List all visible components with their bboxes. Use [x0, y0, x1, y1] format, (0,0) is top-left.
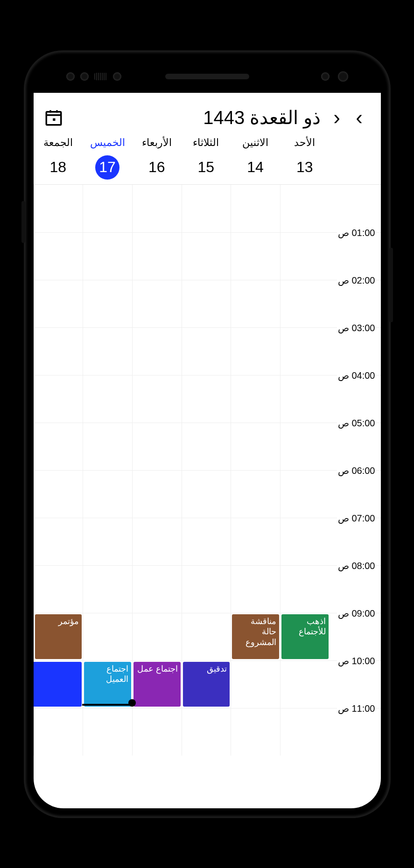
time-slot[interactable] — [182, 280, 231, 327]
time-slot[interactable] — [182, 613, 231, 660]
time-slot[interactable] — [132, 423, 182, 470]
week-days-header: الأحد13الاثنين14الثلاثاء15الأربعاء16الخم… — [34, 137, 381, 185]
app-screen: › ‹ ذو القعدة 1443 الأحد — [34, 93, 381, 808]
time-slot[interactable] — [231, 708, 280, 756]
time-label: 03:00 ص — [330, 327, 381, 375]
prev-period-button[interactable]: ‹ — [326, 107, 348, 128]
time-slot[interactable] — [132, 375, 182, 423]
day-header-5[interactable]: الجمعة18 — [34, 137, 83, 180]
time-slot[interactable] — [132, 518, 182, 565]
time-slot[interactable] — [182, 375, 231, 423]
time-slot[interactable] — [132, 470, 182, 518]
time-slot[interactable] — [34, 470, 83, 518]
time-slot[interactable] — [231, 375, 280, 423]
time-slot[interactable] — [83, 565, 132, 613]
time-slot[interactable] — [83, 423, 132, 470]
time-slot[interactable] — [182, 232, 231, 280]
time-slot[interactable] — [132, 565, 182, 613]
time-label: 05:00 ص — [330, 423, 381, 470]
time-slot[interactable] — [34, 423, 83, 470]
time-slot[interactable] — [34, 660, 83, 708]
time-slot[interactable] — [83, 327, 132, 375]
schedule-grid-wrapper[interactable]: 01:00 ص02:00 ص03:00 ص04:00 ص05:00 ص06:00… — [34, 185, 381, 808]
day-header-1[interactable]: الاثنين14 — [231, 137, 280, 180]
time-slot[interactable] — [280, 708, 330, 756]
time-slot[interactable] — [132, 232, 182, 280]
time-slot[interactable] — [231, 232, 280, 280]
sensor-dot — [80, 72, 89, 81]
time-slot[interactable]: اجتماع عمل — [132, 660, 182, 708]
month-year-title[interactable]: ذو القعدة 1443 — [203, 107, 321, 128]
current-time-indicator — [82, 704, 132, 706]
time-slot[interactable] — [132, 185, 182, 232]
time-slot[interactable]: اجتماع العميل — [83, 660, 132, 708]
today-calendar-icon[interactable] — [44, 108, 63, 127]
time-slot[interactable] — [34, 232, 83, 280]
time-slot[interactable] — [280, 660, 330, 708]
time-slot[interactable] — [231, 423, 280, 470]
time-slot[interactable] — [34, 375, 83, 423]
time-slot[interactable] — [182, 327, 231, 375]
time-slot[interactable] — [280, 280, 330, 327]
day-header-0[interactable]: الأحد13 — [280, 137, 330, 180]
day-of-week-label: الثلاثاء — [182, 137, 231, 149]
time-slot[interactable] — [132, 280, 182, 327]
calendar-event[interactable]: مناقشة حالة المشروع — [232, 614, 279, 659]
time-slot[interactable] — [83, 232, 132, 280]
day-header-2[interactable]: الثلاثاء15 — [182, 137, 231, 180]
time-slot[interactable] — [231, 280, 280, 327]
time-slot[interactable] — [231, 660, 280, 708]
day-header-4[interactable]: الخميس17 — [83, 137, 132, 180]
time-slot[interactable]: تدقيق — [182, 660, 231, 708]
time-slot[interactable] — [280, 518, 330, 565]
next-period-button[interactable]: › — [348, 107, 371, 128]
time-slot[interactable] — [280, 232, 330, 280]
time-slot[interactable] — [231, 565, 280, 613]
time-slot[interactable] — [132, 708, 182, 756]
time-slot[interactable] — [83, 708, 132, 756]
time-slot[interactable] — [83, 375, 132, 423]
time-slot[interactable] — [280, 375, 330, 423]
sensor-dot — [113, 72, 121, 81]
calendar-event[interactable]: تدقيق — [183, 662, 230, 707]
time-slot[interactable] — [280, 185, 330, 232]
time-slot[interactable] — [34, 518, 83, 565]
time-slot[interactable] — [231, 327, 280, 375]
time-slot[interactable]: مناقشة حالة المشروع — [231, 613, 280, 660]
calendar-event[interactable]: اذهب للأجتماع — [281, 614, 329, 659]
time-slot[interactable] — [182, 565, 231, 613]
time-slot[interactable] — [182, 423, 231, 470]
time-slot[interactable] — [280, 470, 330, 518]
time-slot[interactable] — [34, 565, 83, 613]
time-slot[interactable]: اذهب للأجتماع — [280, 613, 330, 660]
time-slot[interactable] — [34, 185, 83, 232]
calendar-event[interactable]: اجتماع عمل — [133, 662, 181, 707]
time-slot[interactable] — [231, 185, 280, 232]
time-slot[interactable] — [280, 423, 330, 470]
time-slot[interactable] — [83, 613, 132, 660]
day-number: 13 — [293, 155, 317, 180]
time-slot[interactable] — [182, 708, 231, 756]
time-slot[interactable] — [83, 185, 132, 232]
time-slot[interactable] — [83, 470, 132, 518]
calendar-event[interactable]: اجتماع العميل — [84, 662, 131, 707]
time-slot[interactable] — [132, 613, 182, 660]
time-slot[interactable] — [182, 518, 231, 565]
time-slot[interactable] — [231, 518, 280, 565]
time-slot[interactable] — [182, 185, 231, 232]
time-slot[interactable] — [182, 470, 231, 518]
time-slot[interactable] — [34, 327, 83, 375]
time-slot[interactable] — [280, 565, 330, 613]
time-slot[interactable]: مؤتمر — [34, 613, 83, 660]
calendar-event[interactable] — [34, 662, 82, 707]
day-header-3[interactable]: الأربعاء16 — [132, 137, 182, 180]
time-slot[interactable] — [34, 708, 83, 756]
time-slot[interactable] — [132, 327, 182, 375]
time-slot[interactable] — [231, 470, 280, 518]
time-slot[interactable] — [280, 327, 330, 375]
time-slot[interactable] — [83, 280, 132, 327]
time-slot[interactable] — [83, 518, 132, 565]
calendar-event[interactable]: مؤتمر — [35, 614, 82, 659]
day-number: 14 — [243, 155, 267, 180]
time-slot[interactable] — [34, 280, 83, 327]
